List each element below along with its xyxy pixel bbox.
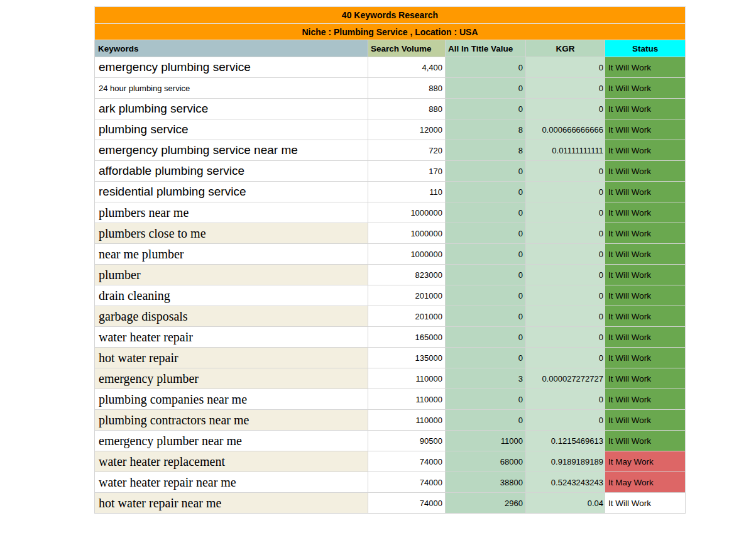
keyword-cell[interactable]: garbage disposals [95, 306, 368, 327]
kgr-cell[interactable]: 0 [526, 389, 605, 410]
search-volume-cell[interactable]: 74000 [368, 472, 446, 493]
keyword-cell[interactable]: drain cleaning [95, 285, 368, 306]
kgr-cell[interactable]: 0.1215469613 [526, 431, 605, 451]
table-subtitle[interactable]: Niche : Plumbing Service , Location : US… [95, 24, 686, 40]
keyword-cell[interactable]: hot water repair near me [95, 493, 368, 514]
keyword-cell[interactable]: plumbing service [95, 119, 368, 140]
keyword-cell[interactable]: near me plumber [95, 244, 368, 265]
title-value-cell[interactable]: 0 [446, 202, 526, 223]
title-value-cell[interactable]: 38800 [446, 472, 526, 493]
keyword-cell[interactable]: plumbing contractors near me [95, 410, 368, 431]
title-value-cell[interactable]: 3 [446, 368, 526, 389]
status-cell[interactable]: It Will Work [605, 265, 686, 285]
column-header-keywords[interactable]: Keywords [95, 40, 368, 57]
title-value-cell[interactable]: 0 [446, 161, 526, 182]
status-cell[interactable]: It Will Work [605, 161, 686, 182]
keyword-cell[interactable]: water heater repair [95, 327, 368, 348]
keyword-cell[interactable]: emergency plumber [95, 368, 368, 389]
kgr-cell[interactable]: 0 [526, 285, 605, 306]
search-volume-cell[interactable]: 74000 [368, 493, 446, 514]
search-volume-cell[interactable]: 201000 [368, 285, 446, 306]
title-value-cell[interactable]: 8 [446, 119, 526, 140]
keyword-cell[interactable]: hot water repair [95, 348, 368, 368]
status-cell[interactable]: It Will Work [605, 119, 686, 140]
title-value-cell[interactable]: 0 [446, 265, 526, 285]
status-cell[interactable]: It Will Work [605, 410, 686, 431]
keyword-cell[interactable]: emergency plumber near me [95, 431, 368, 451]
status-cell[interactable]: It Will Work [605, 368, 686, 389]
title-value-cell[interactable]: 0 [446, 389, 526, 410]
kgr-cell[interactable]: 0 [526, 223, 605, 244]
keyword-cell[interactable]: plumbers near me [95, 202, 368, 223]
search-volume-cell[interactable]: 12000 [368, 119, 446, 140]
column-header-kgr[interactable]: KGR [526, 40, 605, 57]
search-volume-cell[interactable]: 201000 [368, 306, 446, 327]
keyword-cell[interactable]: residential plumbing service [95, 182, 368, 202]
status-cell[interactable]: It Will Work [605, 493, 686, 514]
title-value-cell[interactable]: 0 [446, 182, 526, 202]
status-cell[interactable]: It Will Work [605, 99, 686, 119]
kgr-cell[interactable]: 0 [526, 244, 605, 265]
title-value-cell[interactable]: 11000 [446, 431, 526, 451]
kgr-cell[interactable]: 0 [526, 410, 605, 431]
title-value-cell[interactable]: 0 [446, 306, 526, 327]
search-volume-cell[interactable]: 110 [368, 182, 446, 202]
title-value-cell[interactable]: 0 [446, 285, 526, 306]
keyword-cell[interactable]: plumbers close to me [95, 223, 368, 244]
title-value-cell[interactable]: 68000 [446, 451, 526, 472]
search-volume-cell[interactable]: 1000000 [368, 223, 446, 244]
keyword-cell[interactable]: affordable plumbing service [95, 161, 368, 182]
keyword-cell[interactable]: emergency plumbing service near me [95, 140, 368, 161]
kgr-cell[interactable]: 0 [526, 265, 605, 285]
status-cell[interactable]: It Will Work [605, 202, 686, 223]
title-value-cell[interactable]: 0 [446, 57, 526, 78]
kgr-cell[interactable]: 0.04 [526, 493, 605, 514]
kgr-cell[interactable]: 0.000027272727 [526, 368, 605, 389]
title-value-cell[interactable]: 0 [446, 244, 526, 265]
status-cell[interactable]: It Will Work [605, 244, 686, 265]
keyword-cell[interactable]: 24 hour plumbing service [95, 78, 368, 99]
status-cell[interactable]: It Will Work [605, 327, 686, 348]
status-cell[interactable]: It Will Work [605, 389, 686, 410]
search-volume-cell[interactable]: 110000 [368, 389, 446, 410]
column-header-search-volume[interactable]: Search Volume [368, 40, 446, 57]
title-value-cell[interactable]: 8 [446, 140, 526, 161]
search-volume-cell[interactable]: 823000 [368, 265, 446, 285]
title-value-cell[interactable]: 0 [446, 327, 526, 348]
title-value-cell[interactable]: 0 [446, 410, 526, 431]
status-cell[interactable]: It May Work [605, 472, 686, 493]
status-cell[interactable]: It Will Work [605, 57, 686, 78]
kgr-cell[interactable]: 0 [526, 161, 605, 182]
kgr-cell[interactable]: 0 [526, 78, 605, 99]
search-volume-cell[interactable]: 4,400 [368, 57, 446, 78]
search-volume-cell[interactable]: 880 [368, 78, 446, 99]
title-value-cell[interactable]: 0 [446, 99, 526, 119]
search-volume-cell[interactable]: 90500 [368, 431, 446, 451]
search-volume-cell[interactable]: 170 [368, 161, 446, 182]
kgr-cell[interactable]: 0 [526, 327, 605, 348]
keyword-cell[interactable]: water heater repair near me [95, 472, 368, 493]
title-value-cell[interactable]: 0 [446, 223, 526, 244]
title-value-cell[interactable]: 2960 [446, 493, 526, 514]
status-cell[interactable]: It May Work [605, 451, 686, 472]
search-volume-cell[interactable]: 165000 [368, 327, 446, 348]
search-volume-cell[interactable]: 1000000 [368, 202, 446, 223]
search-volume-cell[interactable]: 880 [368, 99, 446, 119]
table-title[interactable]: 40 Keywords Research [95, 7, 686, 24]
kgr-cell[interactable]: 0 [526, 182, 605, 202]
search-volume-cell[interactable]: 1000000 [368, 244, 446, 265]
status-cell[interactable]: It Will Work [605, 78, 686, 99]
column-header-status[interactable]: Status [605, 40, 686, 57]
kgr-cell[interactable]: 0.5243243243 [526, 472, 605, 493]
status-cell[interactable]: It Will Work [605, 306, 686, 327]
status-cell[interactable]: It Will Work [605, 348, 686, 368]
status-cell[interactable]: It Will Work [605, 285, 686, 306]
search-volume-cell[interactable]: 110000 [368, 410, 446, 431]
status-cell[interactable]: It Will Work [605, 140, 686, 161]
kgr-cell[interactable]: 0 [526, 306, 605, 327]
status-cell[interactable]: It Will Work [605, 223, 686, 244]
kgr-cell[interactable]: 0 [526, 348, 605, 368]
kgr-cell[interactable]: 0.000666666666 [526, 119, 605, 140]
kgr-cell[interactable]: 0.9189189189 [526, 451, 605, 472]
title-value-cell[interactable]: 0 [446, 78, 526, 99]
